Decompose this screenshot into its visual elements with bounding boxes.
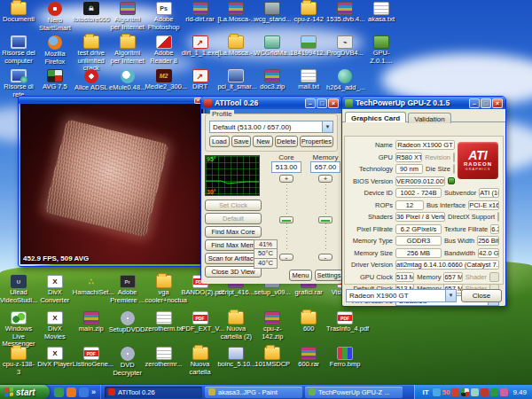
firefox-quicklaunch-icon[interactable]: [66, 387, 76, 397]
settings-button[interactable]: Settings: [315, 270, 343, 281]
desktop-icon-cpu-z-138-3[interactable]: cpu-z-138-3: [1, 347, 36, 376]
start-button[interactable]: start: [0, 385, 50, 399]
desktop-icon-184199412[interactable]: 184199412...: [291, 35, 326, 58]
hamachi-quicklaunch-icon[interactable]: [54, 387, 64, 397]
core-slider[interactable]: [279, 184, 293, 252]
desktop-icon-adobe-photoshop[interactable]: PsAdobe Photoshop ...: [146, 2, 182, 39]
desktop-icon-nuova-cartella[interactable]: Nuova cartella: [183, 347, 218, 376]
delete-button[interactable]: Delete: [275, 136, 298, 147]
desktop-icon-risorse-di-rete[interactable]: Risorse di rete: [1, 69, 36, 98]
desktop-icon-zerothermr[interactable]: zerothermr...: [146, 347, 182, 369]
desktop-icon-fotostore000[interactable]: ☠fotostore000: [74, 2, 109, 24]
desktop-icon-rld-dirt-rar[interactable]: rld-dirt.rar: [183, 2, 218, 24]
desktop-icon-emule0-48[interactable]: eMule0.48...: [110, 69, 145, 92]
ie-quicklaunch-icon[interactable]: [79, 387, 89, 397]
new-button[interactable]: New: [253, 136, 273, 147]
ati-tray-icon[interactable]: [451, 388, 459, 396]
desktop-icon-ferro-bmp[interactable]: Ferro.bmp: [327, 347, 363, 369]
close-icon[interactable]: ×: [328, 98, 339, 108]
desktop-icon-windows-live-messenger[interactable]: Windows Live Messenger: [1, 311, 36, 348]
desktop-icon-vga-cooler-noctua[interactable]: vga cooler+noctua: [146, 275, 182, 304]
default-button[interactable]: Default: [205, 213, 262, 224]
maximize-icon[interactable]: □: [317, 98, 327, 108]
taskbar-task-atitool-0-26[interactable]: ATITool 0.26: [105, 387, 202, 398]
desktop-icon-boinc-5-10[interactable]: boinc_5.10....: [218, 347, 254, 369]
desktop-icon-cpu-z-142-zip[interactable]: cpu-z-142.zip: [254, 311, 290, 340]
avg-tray-icon[interactable]: [461, 388, 469, 396]
desktop-icon-h264-add[interactable]: h264_add_...: [327, 69, 363, 92]
desktop-icon-risorse-del-computer[interactable]: Risorse del computer: [1, 35, 36, 65]
desktop-icon-main-zip[interactable]: main.zip: [74, 311, 109, 333]
temp-readout-tray-icon[interactable]: 50: [442, 388, 450, 396]
desktop-icon-dirt[interactable]: ↗DiRT: [183, 69, 218, 91]
desktop-icon-mozilla-firefox[interactable]: Mozilla Firefox: [37, 35, 73, 66]
minimize-icon[interactable]: –: [305, 98, 316, 108]
desktop-icon-adobe-premiere[interactable]: PrAdobe Premiere ...: [110, 275, 145, 304]
profile-select[interactable]: Default (513.00 / 657.00) ▼: [209, 121, 333, 133]
quicklaunch-overflow-chevron[interactable]: »: [91, 387, 96, 396]
gpuz-titlebar[interactable]: TechPowerUp GPU-Z 0.1.5 – □ ×: [342, 97, 505, 109]
desktop-icon-listinogene[interactable]: PDFListinoGene...: [74, 347, 109, 369]
boinc-tray-icon[interactable]: [490, 388, 498, 396]
desktop-icon-dvd-decrypter[interactable]: DVD Decrypter: [110, 347, 145, 377]
core-plus-button[interactable]: +: [279, 175, 293, 183]
tab-validation[interactable]: Validation: [408, 113, 451, 123]
desktop-icon-progdvb4[interactable]: ⌁ProgDVB4...: [327, 35, 363, 58]
desktop-icon-nuova-cartella-2[interactable]: Nuova cartella (2): [218, 311, 254, 340]
card-select[interactable]: Radeon X1900 GT ▼: [346, 289, 457, 302]
close-button[interactable]: Close: [461, 289, 502, 302]
desktop-icon-avg-7-5[interactable]: AVG 7.5: [37, 69, 73, 91]
tab-graphics-card[interactable]: Graphics Card: [345, 112, 406, 122]
chevron-down-icon[interactable]: ▼: [445, 290, 456, 301]
desktop-icon-akasa-txt[interactable]: akasa.txt: [364, 2, 399, 24]
emule-tray-icon[interactable]: [433, 388, 441, 396]
desktop-icon-mail-txt[interactable]: mail.txt: [291, 69, 326, 91]
desktop-icon-trasinfo-4-pdf[interactable]: PDFTrasInfo_4.pdf: [327, 311, 363, 333]
set-clock-button[interactable]: Set Clock: [205, 200, 262, 211]
memory-clock-field[interactable]: 657.00: [310, 161, 340, 173]
memory-slider-handle[interactable]: [318, 216, 332, 223]
find-max-core-button[interactable]: Find Max Core: [205, 226, 262, 238]
desktop-icon-101msdcp[interactable]: 101MSDCP: [254, 347, 290, 369]
menu-button[interactable]: Menu: [289, 270, 312, 281]
desktop-icon-600[interactable]: 600: [291, 311, 326, 333]
taskbar-task-techpowerup-gpu-z[interactable]: TechPowerUp GPU-Z ...: [305, 387, 403, 398]
taskbar-task-akasa3-jpg-paint[interactable]: akasa3..JPG - Paint: [205, 387, 302, 398]
load-button[interactable]: Load: [209, 136, 230, 147]
memory-minus-button[interactable]: -: [318, 254, 332, 261]
memory-slider[interactable]: [318, 184, 332, 252]
desktop-icon-divx-player[interactable]: XDivX Player: [37, 347, 73, 369]
desktop-icon-pdf-ext-v[interactable]: PDFPDF_EXT_V...: [183, 311, 218, 333]
desktop-icon-medie2-300[interactable]: M2Medie2_300...: [146, 69, 182, 91]
desktop-icon-divx-movies[interactable]: XDivX Movies: [37, 311, 73, 340]
catalyst-tray-icon[interactable]: [481, 388, 489, 396]
save-button[interactable]: Save: [231, 136, 252, 147]
desktop-icon-adobe-reader-8[interactable]: Adobe Reader 8: [146, 35, 182, 65]
close-icon[interactable]: ×: [492, 98, 503, 108]
desktop-icon-1535-dvb-4[interactable]: 1535.dvb.4...: [327, 2, 363, 24]
desktop-icon-600-rar[interactable]: 600.rar: [291, 347, 326, 369]
desktop-icon-dirt-1-1-exe[interactable]: ↗dirt_1_1.exe: [183, 35, 218, 58]
desktop-icon-la-mosca[interactable]: [La.Mosca-...: [218, 2, 254, 24]
desktop-icon-documenti[interactable]: Documenti: [1, 2, 36, 24]
desktop-icon-setupdvdd[interactable]: SetupDVDD...: [110, 311, 145, 334]
desktop-icon-hamachiset[interactable]: ∴HamachiSet...: [74, 275, 109, 297]
fur-window-titlebar[interactable]: ×: [19, 97, 205, 104]
desktop-icon-ulead-videostudi[interactable]: UUlead VideoStudi...: [1, 275, 36, 304]
desktop-icon-alice-adsl[interactable]: Alice ADSL: [74, 69, 109, 92]
desktop-icon-wcgridma[interactable]: WCGridMa...: [254, 35, 290, 58]
properties-button[interactable]: Properties: [300, 136, 333, 147]
language-indicator[interactable]: IT: [422, 388, 428, 396]
core-slider-handle[interactable]: [279, 216, 293, 223]
memory-plus-button[interactable]: +: [318, 175, 332, 183]
desktop-icon-cpu-z-142[interactable]: cpu-z-142: [291, 2, 326, 24]
chevron-down-icon[interactable]: ▼: [322, 121, 332, 132]
chip-icon[interactable]: [448, 177, 455, 184]
desktop-icon-nero-startsmart[interactable]: Nero StartSmart: [37, 2, 73, 32]
desktop-icon-divx-converter[interactable]: XDivX Converter: [37, 275, 73, 304]
desktop-icon-wcg-stand[interactable]: wcg_stand...: [254, 2, 290, 24]
desktop-icon-zerotherm-txt[interactable]: zerotherm.txt: [146, 311, 182, 333]
atitool-titlebar[interactable]: ATITool 0.26 – □ ×: [201, 97, 341, 109]
desktop-icon-la-mosca[interactable]: [La.Mosca.-...: [218, 35, 254, 58]
desktop-icon-algoritmi-per-internet[interactable]: Algoritmi per Internet ...: [110, 35, 145, 73]
